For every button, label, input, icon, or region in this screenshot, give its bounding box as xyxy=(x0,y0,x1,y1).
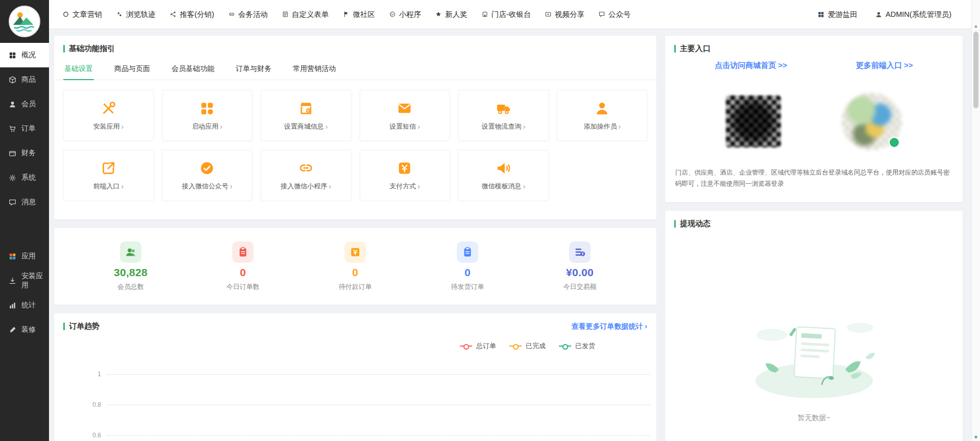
topnav-item-newcomer-award[interactable]: 新人奖 xyxy=(435,10,468,19)
topnav-label: 新人奖 xyxy=(445,10,468,19)
legend-completed[interactable]: 已完成 xyxy=(509,341,546,351)
legend-shipped[interactable]: 已发货 xyxy=(559,341,595,351)
admin-account-menu[interactable]: ADMIN(系统管理员) xyxy=(875,10,951,19)
admin-app: 概况 商品 会员 订单 财务 系统 xyxy=(0,0,980,441)
trend-card-head: 订单趋势 查看更多订单数据统计 › xyxy=(54,313,656,331)
guide-card-mall-info[interactable]: 设置商城信息› xyxy=(261,90,351,141)
scrollbar[interactable]: ▲ ▼ xyxy=(971,0,980,441)
line-marker-icon xyxy=(559,346,571,347)
sidebar-item-overview[interactable]: 概况 xyxy=(0,43,49,67)
messages-chat-icon xyxy=(8,198,17,207)
more-entries-link[interactable]: 更多前端入口 >> xyxy=(856,61,913,70)
basic-guide-card: 基础功能指引 基础设置 商品与页面 会员基础功能 订单与财务 常用营销活动 安装 xyxy=(54,36,656,219)
topbar-right: 爱游盐田 ADMIN(系统管理员) xyxy=(817,10,967,19)
wechat-badge-icon xyxy=(889,137,900,148)
sidebar-item-install-apps[interactable]: 安装应用 xyxy=(0,268,49,293)
video-icon xyxy=(545,11,552,18)
sidebar-item-label: 概况 xyxy=(21,51,36,60)
guide-card-wechat-mini[interactable]: 接入微信小程序› xyxy=(261,150,351,201)
sidebar-item-label: 会员 xyxy=(21,100,36,109)
chevron-right-icon: › xyxy=(523,182,525,190)
pending-payment-icon xyxy=(345,241,366,263)
members-total-icon xyxy=(120,241,141,263)
withdraw-card-head: 提现动态 xyxy=(665,211,963,229)
guide-card-sms[interactable]: 设置短信› xyxy=(360,90,450,141)
tab-basic-settings[interactable]: 基础设置 xyxy=(63,59,94,80)
miniprogram-icon xyxy=(389,11,396,18)
link-icon xyxy=(228,11,235,18)
gridline xyxy=(107,374,650,375)
sidebar-item-messages[interactable]: 消息 xyxy=(0,190,49,214)
sidebar-item-statistics[interactable]: 统计 xyxy=(0,293,49,317)
guide-card-label: 设置物流查询 xyxy=(481,122,521,131)
tab-marketing-activities[interactable]: 常用营销活动 xyxy=(292,59,337,80)
scroll-down-arrow-icon[interactable]: ▼ xyxy=(972,434,980,440)
guide-card-install-app[interactable]: 安装应用› xyxy=(63,90,154,141)
sidebar-item-system[interactable]: 系统 xyxy=(0,165,49,190)
document-plants-illustration-icon xyxy=(745,308,883,400)
merchant-switcher[interactable]: 爱游盐田 xyxy=(817,10,857,19)
template-message-megaphone-icon xyxy=(495,160,512,177)
topnav-item-article-marketing[interactable]: 文章营销 xyxy=(62,10,102,19)
legend-total-orders[interactable]: 总订单 xyxy=(460,341,496,351)
legend-label: 已完成 xyxy=(526,341,546,351)
topnav-item-mini-program[interactable]: 小程序 xyxy=(389,10,422,19)
topnav-item-micro-community[interactable]: 微社区 xyxy=(342,10,375,19)
finance-wallet-icon xyxy=(8,149,17,158)
decorate-brush-icon xyxy=(8,326,17,334)
sms-mail-icon xyxy=(396,100,413,117)
gridline xyxy=(107,435,650,436)
chevron-right-icon: › xyxy=(325,122,328,131)
tab-member-basics[interactable]: 会员基础功能 xyxy=(170,59,215,80)
sidebar-item-orders[interactable]: 订单 xyxy=(0,116,49,141)
today-revenue-icon xyxy=(569,241,591,263)
merchant-grid-icon xyxy=(817,11,825,18)
guide-card-launch-app[interactable]: 启动应用› xyxy=(162,90,253,141)
footprints-icon xyxy=(116,11,123,18)
guide-card-wechat-oa[interactable]: 接入微信公众号› xyxy=(162,150,253,201)
guide-card-frontend-entry[interactable]: 前端入口› xyxy=(63,150,154,201)
mall-home-link[interactable]: 点击访问商城首页 >> xyxy=(715,61,787,70)
landscape-logo-icon xyxy=(10,7,39,36)
stat-label: 会员总数 xyxy=(117,282,144,291)
sidebar-item-label: 应用 xyxy=(21,252,36,261)
sidebar-item-apps[interactable]: 应用 xyxy=(0,244,49,268)
guide-card-template-message[interactable]: 微信模板消息› xyxy=(458,150,549,201)
topnav-item-store-cashier[interactable]: 门店-收银台 xyxy=(481,10,531,19)
sidebar-item-goods[interactable]: 商品 xyxy=(0,67,49,92)
topnav-item-custom-form[interactable]: 自定义表单 xyxy=(282,10,329,19)
scroll-up-arrow-icon[interactable]: ▲ xyxy=(972,23,980,29)
title-accent-bar xyxy=(674,220,676,228)
topnav-item-distribution[interactable]: 推客(分销) xyxy=(169,10,214,19)
stat-today-revenue: ¥0.00 今日交易额 xyxy=(549,241,610,291)
topnav-item-video-share[interactable]: 视频分享 xyxy=(545,10,584,19)
topnav-item-conference[interactable]: 会务活动 xyxy=(228,10,268,19)
topnav-item-official-account[interactable]: 公众号 xyxy=(598,10,631,19)
orders-cart-icon xyxy=(8,125,17,133)
topnav-label: 公众号 xyxy=(608,10,631,19)
stat-value: 30,828 xyxy=(114,266,148,279)
topnav-label: 自定义表单 xyxy=(292,10,329,19)
entry-card-head: 主要入口 xyxy=(665,36,963,54)
user-icon xyxy=(875,11,883,18)
topnav-item-browse-tracks[interactable]: 浏览轨迹 xyxy=(116,10,156,19)
side-column: 主要入口 点击访问商城首页 >> 更多前端入口 >> xyxy=(665,36,963,441)
gridline xyxy=(107,405,650,405)
guide-card-logistics[interactable]: 设置物流查询› xyxy=(458,90,549,141)
guide-card-payment[interactable]: 支付方式› xyxy=(360,150,450,201)
goods-cube-icon xyxy=(8,76,17,84)
trend-card-title: 订单趋势 xyxy=(63,322,100,331)
y-axis-tick: 0.8 xyxy=(86,401,101,408)
brand-logo xyxy=(9,6,40,37)
title-accent-bar xyxy=(63,323,65,330)
tab-orders-finance[interactable]: 订单与财务 xyxy=(235,59,273,80)
topbar: 文章营销 浏览轨迹 推客(分销) 会务活动 自定义表单 微社区 xyxy=(49,0,980,29)
tab-goods-pages[interactable]: 商品与页面 xyxy=(113,59,151,80)
sidebar-item-members[interactable]: 会员 xyxy=(0,92,49,116)
chevron-right-icon: › xyxy=(329,182,331,190)
sidebar-item-finance[interactable]: 财务 xyxy=(0,141,49,165)
more-order-stats-link[interactable]: 查看更多订单数据统计 › xyxy=(571,322,647,331)
sidebar-item-decorate[interactable]: 装修 xyxy=(0,317,49,342)
scroll-thumb[interactable] xyxy=(973,32,978,108)
guide-card-add-operator[interactable]: 添加操作员› xyxy=(557,90,648,141)
